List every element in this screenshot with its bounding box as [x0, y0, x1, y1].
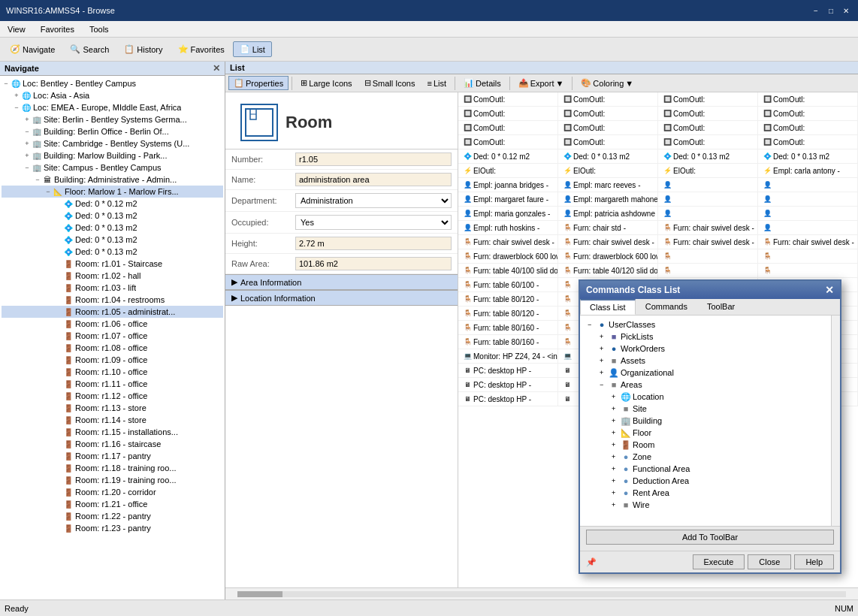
cmd-tree-item[interactable]: +●Zone [583, 451, 828, 463]
list-item[interactable]: 👤Empl: patricia ashdowne - [558, 207, 658, 221]
area-information-header[interactable]: ▶ Area Information [225, 274, 458, 290]
tree-item[interactable]: −🏢Site: Campus - Bentley Campus [2, 162, 223, 174]
tree-item[interactable]: 🚪Room: r1.08 - office [2, 342, 223, 354]
list-item[interactable]: 🔲ComOutl: [458, 135, 558, 149]
list-item[interactable]: 🔲ComOutl: [558, 92, 658, 107]
list-item[interactable]: 🪑Furn: table 80/160 - [458, 335, 558, 349]
cmd-tree-item[interactable]: +■Site [583, 403, 828, 415]
height-input[interactable] [295, 237, 452, 250]
dialog-scrollbar[interactable] [831, 316, 840, 526]
tree-item[interactable]: 💠Ded: 0 * 0.13 m2 [2, 222, 223, 234]
tree-item[interactable]: 🚪Room: r1.16 - staircase [2, 438, 223, 450]
cmd-tree-item[interactable]: +●Rent Area [583, 487, 828, 499]
navigate-button[interactable]: 🧭 Navigate [3, 41, 62, 57]
tree-container[interactable]: −🌐Loc: Bentley - Bentley Campus+🌐Loc: As… [0, 76, 225, 599]
rawarea-input[interactable] [295, 257, 452, 270]
tree-item[interactable]: 💠Ded: 0 * 0.13 m2 [2, 210, 223, 222]
tree-item[interactable]: 💠Ded: 0 * 0.12 m2 [2, 198, 223, 210]
cmd-tree-item[interactable]: −■Areas [583, 379, 828, 391]
list-item[interactable]: 🪑 [758, 249, 858, 264]
list-item[interactable]: 🪑Furn: chair swivel desk - [658, 235, 758, 249]
minimize-button[interactable]: − [810, 5, 822, 17]
menu-favorites[interactable]: Favorites [36, 23, 79, 35]
list-item[interactable]: ⚡ElOutl: [558, 164, 658, 178]
list-item[interactable]: 💠Ded: 0 * 0.12 m2 [458, 149, 558, 164]
tree-item[interactable]: 🚪Room: r1.15 - installations... [2, 426, 223, 438]
tree-item[interactable]: −🌐Loc: EMEA - Europe, MIddle East, Afric… [2, 101, 223, 113]
tab-toolbar[interactable]: ToolBar [697, 299, 745, 315]
tree-item[interactable]: 💠Ded: 0 * 0.13 m2 [2, 234, 223, 246]
list-item[interactable]: 🔲ComOutl: [658, 107, 758, 121]
tree-item[interactable]: 🚪Room: r1.05 - administrat... [2, 306, 223, 318]
tree-item[interactable]: +🏢Building: Marlow Building - Park... [2, 149, 223, 162]
tree-item[interactable]: −🏢Building: Berlin Office - Berlin Of... [2, 125, 223, 137]
list-item[interactable]: ⚡ElOutl: [458, 164, 558, 178]
menu-view[interactable]: View [3, 23, 30, 35]
scroll-thumb[interactable] [237, 591, 282, 597]
help-button[interactable]: Help [794, 554, 834, 569]
export-button[interactable]: 📤 Export ▼ [513, 76, 569, 90]
list-item[interactable]: 🔲ComOutl: [558, 135, 658, 149]
tree-item[interactable]: 🚪Room: r1.06 - office [2, 318, 223, 330]
department-select[interactable]: Administration [295, 193, 452, 208]
list-item[interactable]: 👤 [758, 178, 858, 192]
add-to-toolbar-button[interactable]: Add To ToolBar [586, 530, 834, 545]
tree-item[interactable]: 🚪Room: r1.23 - pantry [2, 522, 223, 534]
list-item[interactable]: 🪑 [658, 249, 758, 264]
cmd-tree-item[interactable]: +●Functional Area [583, 463, 828, 475]
list-item[interactable]: 🔲ComOutl: [558, 121, 658, 135]
search-button[interactable]: 🔍 Search [63, 41, 116, 57]
list-item[interactable]: 👤 [758, 221, 858, 235]
tree-item[interactable]: 💠Ded: 0 * 0.13 m2 [2, 246, 223, 258]
execute-button[interactable]: Execute [693, 554, 745, 569]
list-item[interactable]: 💻Monitor: HP Z24, 24 - <in... [458, 349, 558, 364]
list-item[interactable]: 🔲ComOutl: [758, 121, 858, 135]
list-item[interactable]: 👤 [758, 207, 858, 221]
list-item[interactable]: 🪑Furn: table 80/120 - [458, 306, 558, 321]
navigate-close-button[interactable]: ✕ [213, 63, 220, 74]
cmd-tree-item[interactable]: +🌐Location [583, 391, 828, 403]
list-button[interactable]: 📄 List [233, 41, 272, 57]
tree-item[interactable]: −🌐Loc: Bentley - Bentley Campus [2, 77, 223, 89]
cmd-tree-item[interactable]: +●WorkOrders [583, 343, 828, 355]
cmd-tree-item[interactable]: +🚪Room [583, 439, 828, 451]
list-item[interactable]: 🪑Furn: table 60/100 - [458, 278, 558, 292]
list-item[interactable]: 🔲ComOutl: [758, 107, 858, 121]
list-item[interactable]: 👤 [658, 192, 758, 207]
tree-item[interactable]: 🚪Room: r1.10 - office [2, 366, 223, 378]
tree-item[interactable]: −📐Floor: Marlow 1 - Marlow Firs... [2, 186, 223, 198]
list-item[interactable]: 🔲ComOutl: [458, 107, 558, 121]
list-item[interactable]: 💠Ded: 0 * 0.13 m2 [758, 149, 858, 164]
history-button[interactable]: 📋 History [117, 41, 169, 57]
list-item[interactable]: ⚡Empl: carla antony - [758, 164, 858, 178]
list-item[interactable]: 👤Empl: marc reeves - [558, 178, 658, 192]
tree-item[interactable]: 🚪Room: r1.07 - office [2, 330, 223, 342]
close-dialog-button[interactable]: Close [748, 554, 791, 569]
cmd-tree-item[interactable]: +■PickLists [583, 331, 828, 343]
list-item[interactable]: 👤Empl: ruth hoskins - [458, 221, 558, 235]
list-item[interactable]: 🔲ComOutl: [758, 92, 858, 107]
list-item[interactable]: 💠Ded: 0 * 0.13 m2 [558, 149, 658, 164]
tab-class-list[interactable]: Class List [580, 299, 636, 315]
large-icons-button[interactable]: ⊞ Large Icons [295, 76, 357, 90]
tree-item[interactable]: −🏛Building: Administrative - Admin... [2, 174, 223, 186]
list-item[interactable]: 🔲ComOutl: [658, 135, 758, 149]
tree-item[interactable]: 🚪Room: r1.21 - office [2, 498, 223, 510]
tree-item[interactable]: 🚪Room: r1.22 - pantry [2, 510, 223, 522]
cmd-tree-item[interactable]: +🏢Building [583, 415, 828, 427]
close-button[interactable]: ✕ [840, 5, 852, 17]
list-item[interactable]: 🪑Furn: table 40/100 slid doc... [458, 264, 558, 278]
tree-item[interactable]: +🏢Site: Berlin - Bentley Systems Germa..… [2, 113, 223, 125]
list-item[interactable]: 🪑Furn: drawerblock 600 low... [558, 249, 658, 264]
details-button[interactable]: 📊 Details [458, 76, 506, 90]
commands-tree[interactable]: −●UserClasses+■PickLists+●WorkOrders+■As… [580, 316, 831, 526]
list-item[interactable]: 💠Ded: 0 * 0.13 m2 [658, 149, 758, 164]
tree-item[interactable]: 🚪Room: r1.03 - lift [2, 282, 223, 294]
list-item[interactable]: 🔲ComOutl: [558, 107, 658, 121]
list-item[interactable]: 🔲ComOutl: [658, 121, 758, 135]
tree-item[interactable]: 🚪Room: r1.18 - training roo... [2, 462, 223, 474]
list-item[interactable]: 🪑Furn: drawerblock 600 low... [458, 249, 558, 264]
list-item[interactable]: 👤 [758, 192, 858, 207]
number-input[interactable] [295, 152, 452, 166]
list-item[interactable]: 👤 [658, 207, 758, 221]
